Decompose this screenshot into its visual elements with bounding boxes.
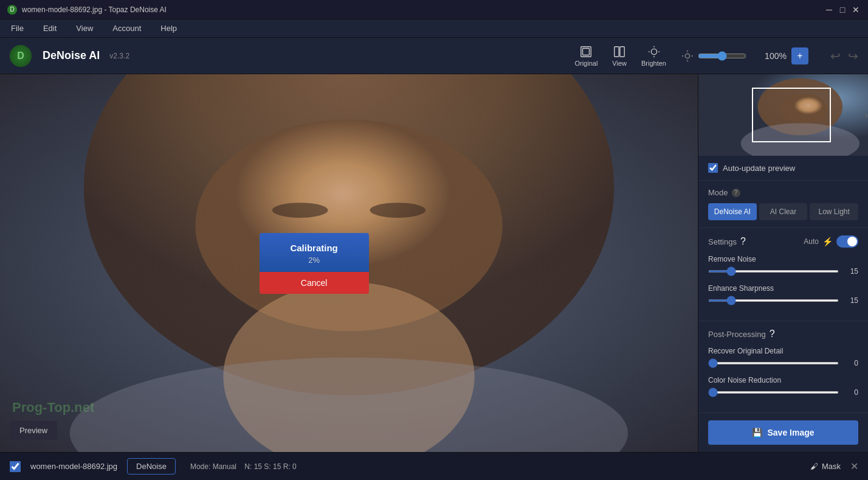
auto-update-checkbox[interactable] (708, 163, 718, 173)
menu-help[interactable]: Help (157, 21, 181, 35)
auto-update-label: Auto-update preview (723, 164, 795, 173)
save-button[interactable]: 💾 Save Image (708, 420, 858, 445)
maximize-button[interactable]: □ (838, 5, 847, 15)
settings-label: Settings (708, 237, 737, 246)
mode-label: Mode (708, 188, 728, 197)
settings-left: Settings ? (708, 236, 746, 247)
brightness-slider[interactable] (698, 51, 746, 61)
svg-point-4 (651, 49, 656, 54)
save-section: 💾 Save Image (698, 412, 868, 452)
toolbar-center: Original View Brighten (574, 45, 746, 67)
main-toolbar: D DeNoise AI v2.3.2 Original View (0, 38, 868, 74)
preview-button[interactable]: Preview (10, 421, 57, 440)
mode-header: Mode ? (708, 188, 858, 197)
brighten-button[interactable]: Brighten (641, 45, 666, 67)
remove-noise-label: Remove Noise (708, 255, 858, 263)
mask-icon: 🖌 (810, 462, 818, 471)
settings-help-icon[interactable]: ? (740, 236, 746, 247)
svg-point-19 (272, 203, 328, 218)
thumbnail-area: › (698, 74, 868, 156)
app-logo: D (10, 45, 32, 67)
zoom-controls: 100% + (763, 47, 808, 64)
original-button[interactable]: Original (574, 45, 598, 67)
status-close-button[interactable]: ✕ (850, 461, 858, 472)
post-processing-help-icon[interactable]: ? (770, 329, 775, 339)
close-button[interactable]: ✕ (851, 5, 861, 15)
undo-button[interactable]: ↩ (830, 49, 841, 63)
color-noise-label: Color Noise Reduction (708, 376, 858, 384)
auto-flash-icon: ⚡ (822, 237, 833, 246)
mode-section: Mode ? DeNoise AI AI Clear Low Light (698, 181, 868, 228)
post-processing-header: Post-Processing ? (708, 329, 858, 339)
recover-detail-label: Recover Original Detail (708, 347, 858, 355)
calibrating-title: Calibrating (272, 243, 357, 253)
enhance-sharpness-value: 15 (844, 296, 858, 305)
app-name: DeNoise AI (43, 49, 100, 62)
mode-buttons: DeNoise AI AI Clear Low Light (708, 203, 858, 220)
content-area: Calibrating 2% Cancel Prog-Top.net Previ… (0, 74, 868, 452)
brightness-slider-wrap[interactable] (681, 49, 746, 63)
enhance-sharpness-slider[interactable] (708, 299, 839, 302)
app-icon: D (7, 5, 17, 15)
recover-detail-row: Recover Original Detail 0 (708, 347, 858, 367)
zoom-level: 100% (763, 51, 788, 61)
color-noise-slider[interactable] (708, 391, 839, 394)
svg-rect-1 (583, 48, 590, 55)
calibrating-dialog: Calibrating 2% Cancel (260, 233, 369, 294)
remove-noise-row: Remove Noise 15 (708, 255, 858, 276)
recover-detail-slider-wrap: 0 (708, 359, 858, 367)
enhance-sharpness-row: Enhance Sharpness 15 (708, 284, 858, 305)
mask-button[interactable]: 🖌 Mask (810, 462, 841, 471)
menu-account[interactable]: Account (109, 21, 145, 35)
remove-noise-slider[interactable] (708, 270, 839, 273)
image-area: Calibrating 2% Cancel Prog-Top.net Previ… (0, 74, 698, 452)
status-denoise-button[interactable]: DeNoise (127, 458, 176, 475)
color-noise-row: Color Noise Reduction 0 (708, 376, 858, 397)
panel-collapse-arrow[interactable]: › (864, 109, 868, 122)
cancel-button[interactable]: Cancel (260, 272, 369, 294)
remove-noise-value: 15 (844, 267, 858, 276)
settings-header: Settings ? Auto ⚡ (708, 235, 858, 248)
post-processing-label: Post-Processing (708, 330, 766, 339)
mode-denoise-ai[interactable]: DeNoise AI (708, 203, 757, 220)
status-mode-text: Mode: Manual N: 15 S: 15 R: 0 (190, 462, 297, 471)
enhance-sharpness-slider-wrap: 15 (708, 296, 858, 305)
svg-point-9 (685, 54, 689, 58)
app-version: v2.3.2 (109, 52, 129, 60)
recover-detail-slider[interactable] (708, 362, 839, 364)
window-title: women-model-88692.jpg - Topaz DeNoise AI (22, 5, 167, 14)
right-panel: › Auto-update preview Mode ? DeNoise AI … (698, 74, 868, 452)
thumbnail-viewport-rect (752, 88, 831, 142)
title-bar-controls[interactable]: ─ □ ✕ (824, 5, 861, 15)
save-icon: 💾 (752, 428, 762, 437)
menu-edit[interactable]: Edit (40, 21, 60, 35)
post-processing-section: Post-Processing ? Recover Original Detai… (698, 321, 868, 412)
auto-toggle[interactable] (836, 235, 858, 248)
svg-rect-2 (615, 46, 619, 57)
enhance-sharpness-label: Enhance Sharpness (708, 284, 858, 293)
mode-low-light[interactable]: Low Light (810, 203, 858, 220)
svg-point-20 (370, 203, 425, 218)
settings-right: Auto ⚡ (804, 235, 858, 248)
calibrating-percent: 2% (272, 256, 357, 265)
menu-file[interactable]: File (7, 21, 27, 35)
toolbar-right: ↩ ↪ (830, 49, 858, 63)
redo-button[interactable]: ↪ (848, 49, 858, 63)
title-bar: D women-model-88692.jpg - Topaz DeNoise … (0, 0, 868, 19)
menu-view[interactable]: View (72, 21, 97, 35)
menu-bar: File Edit View Account Help (0, 19, 868, 38)
mode-ai-clear[interactable]: AI Clear (759, 203, 808, 220)
color-noise-slider-wrap: 0 (708, 388, 858, 397)
status-filename: women-model-88692.jpg (30, 462, 117, 471)
auto-label: Auto (804, 237, 819, 246)
recover-detail-value: 0 (844, 359, 858, 367)
status-file-checkbox[interactable] (10, 461, 21, 472)
zoom-in-button[interactable]: + (791, 47, 808, 64)
status-bar: women-model-88692.jpg DeNoise Mode: Manu… (0, 452, 868, 480)
mode-help-icon[interactable]: ? (732, 189, 740, 197)
minimize-button[interactable]: ─ (824, 5, 834, 15)
color-noise-value: 0 (844, 388, 858, 397)
remove-noise-slider-wrap: 15 (708, 267, 858, 276)
auto-update-row: Auto-update preview (698, 156, 868, 181)
view-button[interactable]: View (612, 45, 627, 67)
